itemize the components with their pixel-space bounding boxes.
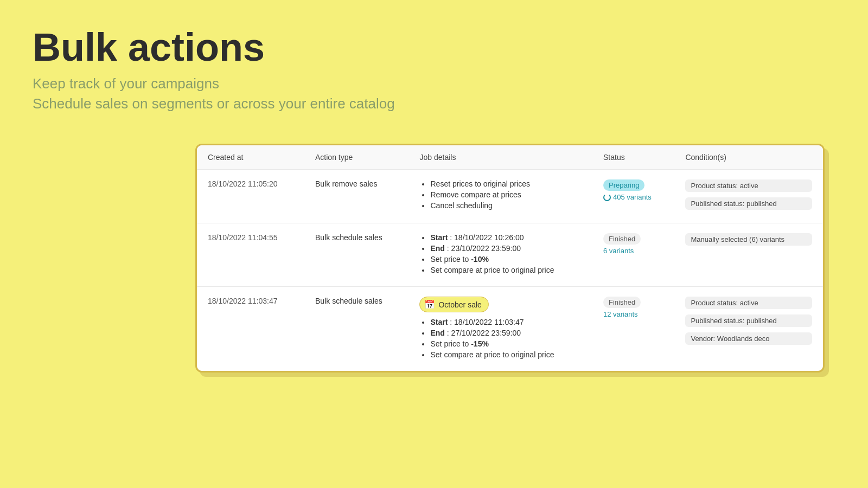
cell-status: Preparing405 variants — [592, 170, 674, 223]
cell-status: Finished12 variants — [592, 287, 674, 371]
condition-badge: Published status: published — [685, 197, 812, 210]
cell-action-type: Bulk schedule sales — [304, 223, 409, 287]
conditions-list: Manually selected (6) variants — [685, 233, 812, 249]
table-header-row: Created at Action type Job details Statu… — [197, 145, 823, 170]
col-header-conditions: Condition(s) — [674, 145, 823, 170]
col-header-created-at: Created at — [197, 145, 304, 170]
condition-badge: Vendor: Woodlands deco — [685, 332, 812, 345]
job-detail-item: Start : 18/10/2022 11:03:47 — [430, 318, 582, 326]
variants-count: 12 variants — [603, 310, 663, 318]
job-detail-item: Set compare at price to original price — [430, 350, 582, 359]
cell-job-details: Reset prices to original pricesRemove co… — [409, 170, 592, 223]
hero-subtitle2: Schedule sales on segments or across you… — [33, 95, 835, 112]
cell-job-details: Start : 18/10/2022 10:26:00End : 23/10/2… — [409, 223, 592, 287]
status-badge: Finished — [603, 233, 641, 245]
job-detail-item: Remove compare at prices — [430, 190, 582, 199]
cell-conditions: Product status: activePublished status: … — [674, 287, 823, 371]
hero-subtitle1: Keep track of your campaigns — [33, 75, 835, 92]
campaign-name: October sale — [438, 300, 481, 309]
job-detail-item: Cancel scheduling — [430, 201, 582, 210]
bulk-actions-table: Created at Action type Job details Statu… — [197, 145, 823, 371]
variants-count: 6 variants — [603, 247, 663, 255]
col-header-action-type: Action type — [304, 145, 409, 170]
page-title: Bulk actions — [33, 26, 835, 69]
status-badge: Preparing — [603, 179, 644, 191]
loading-icon — [603, 194, 611, 201]
job-detail-item: Start : 18/10/2022 10:26:00 — [430, 233, 582, 242]
job-detail-item: Set price to -15% — [430, 339, 582, 348]
condition-badge: Product status: active — [685, 179, 812, 192]
table-row: 18/10/2022 11:04:55Bulk schedule salesSt… — [197, 223, 823, 287]
table-row: 18/10/2022 11:05:20Bulk remove salesRese… — [197, 170, 823, 223]
cell-action-type: Bulk schedule sales — [304, 287, 409, 371]
card-wrapper: Created at Action type Job details Statu… — [195, 144, 825, 373]
cell-created-at: 18/10/2022 11:04:55 — [197, 223, 304, 287]
conditions-list: Product status: activePublished status: … — [685, 179, 812, 213]
conditions-list: Product status: activePublished status: … — [685, 297, 812, 348]
hero-section: Bulk actions Keep track of your campaign… — [0, 0, 868, 129]
condition-badge: Published status: published — [685, 314, 812, 327]
variants-count: 405 variants — [603, 193, 663, 201]
campaign-badge[interactable]: 📅October sale — [419, 297, 488, 312]
job-detail-item: Set compare at price to original price — [430, 266, 582, 274]
cell-created-at: 18/10/2022 11:05:20 — [197, 170, 304, 223]
cell-status: Finished6 variants — [592, 223, 674, 287]
cell-action-type: Bulk remove sales — [304, 170, 409, 223]
condition-badge: Product status: active — [685, 297, 812, 309]
job-detail-item: Set price to -10% — [430, 255, 582, 264]
table-row: 18/10/2022 11:03:47Bulk schedule sales📅O… — [197, 287, 823, 371]
condition-badge: Manually selected (6) variants — [685, 233, 812, 246]
cell-conditions: Manually selected (6) variants — [674, 223, 823, 287]
col-header-status: Status — [592, 145, 674, 170]
bulk-actions-table-card: Created at Action type Job details Statu… — [195, 144, 825, 373]
job-detail-item: End : 27/10/2022 23:59:00 — [430, 329, 582, 337]
cell-job-details: 📅October saleStart : 18/10/2022 11:03:47… — [409, 287, 592, 371]
calendar-icon: 📅 — [424, 299, 435, 310]
col-header-job-details: Job details — [409, 145, 592, 170]
cell-created-at: 18/10/2022 11:03:47 — [197, 287, 304, 371]
status-badge: Finished — [603, 297, 641, 308]
cell-conditions: Product status: activePublished status: … — [674, 170, 823, 223]
job-detail-item: End : 23/10/2022 23:59:00 — [430, 244, 582, 253]
job-detail-item: Reset prices to original prices — [430, 179, 582, 188]
